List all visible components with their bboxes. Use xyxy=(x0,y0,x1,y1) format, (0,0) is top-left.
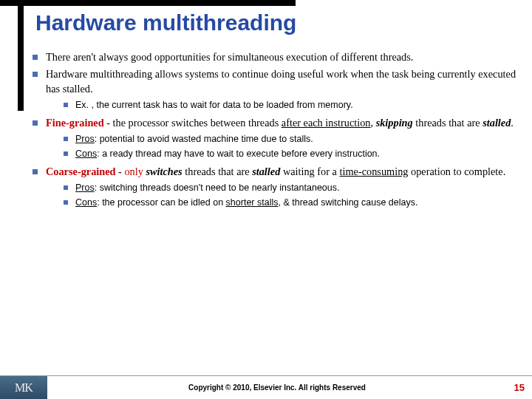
b3-stalled: stalled xyxy=(482,117,511,129)
bullet-4: Coarse-grained - only switches threads t… xyxy=(30,165,517,179)
b3-term: Fine-grained xyxy=(46,117,104,129)
vertical-accent-bar xyxy=(18,0,24,111)
b4-term: Coarse-grained xyxy=(46,166,116,177)
b4-stalled: stalled xyxy=(252,166,280,177)
bullet-3-sub-2: Cons: a ready thread may have to wait to… xyxy=(61,148,517,160)
bullet-1: There aren't always good opportunities f… xyxy=(30,50,517,64)
publisher-logo: MK xyxy=(0,376,47,400)
b4s1-label: Pros xyxy=(75,183,95,193)
slide-content: There aren't always good opportunities f… xyxy=(30,50,517,214)
b4-switches: switches xyxy=(146,166,182,177)
b4-only: only xyxy=(124,166,143,177)
b4-t2: threads that are xyxy=(183,166,252,177)
slide-title: Hardware multithreading xyxy=(35,10,296,35)
bullet-4-sub-2: Cons: the processor can be idled on shor… xyxy=(61,197,517,209)
b3s2-label: Cons xyxy=(75,149,97,159)
b3-t4: . xyxy=(511,117,514,129)
b4s2-t1: : the processor can be idled on xyxy=(97,197,225,208)
b3s1-text: : potential to avoid wasted machine time… xyxy=(95,134,313,144)
b4-t4: operation to complete. xyxy=(408,166,505,177)
copyright-text: Copyright © 2010, Elsevier Inc. All righ… xyxy=(47,383,507,392)
b4s2-u: shorter stalls xyxy=(226,197,279,208)
b3-t2: , xyxy=(371,117,376,129)
bullet-3-sub: Pros: potential to avoid wasted machine … xyxy=(30,133,517,160)
bullet-3: Fine-grained - the processor switches be… xyxy=(30,116,517,130)
b4-t1: - xyxy=(116,166,125,177)
b3s2-text: : a ready thread may have to wait to exe… xyxy=(97,149,380,159)
bullet-4-sub-1: Pros: switching threads doesn't need to … xyxy=(61,182,517,194)
b3-skip: skipping xyxy=(376,117,413,129)
b3-u1: after each instruction xyxy=(282,117,371,129)
page-number: 15 xyxy=(507,382,532,393)
b4s2-t2: , & thread switching cause delays. xyxy=(278,197,417,208)
b4-u: time-consuming xyxy=(340,166,409,177)
b3-t1: - the processor switches between threads xyxy=(104,117,282,129)
bullet-4-sub: Pros: switching threads doesn't need to … xyxy=(30,182,517,209)
b4s1-text: : switching threads doesn't need to be n… xyxy=(95,183,340,193)
top-accent-bar xyxy=(0,0,296,6)
b4-t3: waiting for a xyxy=(280,166,339,177)
b3-t3: threads that are xyxy=(413,117,482,129)
bullet-2-sub: Ex. , the current task has to wait for d… xyxy=(30,99,517,112)
bullet-3-sub-1: Pros: potential to avoid wasted machine … xyxy=(61,133,517,146)
bullet-2-sub-1: Ex. , the current task has to wait for d… xyxy=(61,99,517,112)
b4s2-label: Cons xyxy=(75,197,97,208)
bullet-2: Hardware multithreading allows systems t… xyxy=(30,67,517,96)
b3s1-label: Pros xyxy=(75,134,95,144)
footer: MK Copyright © 2010, Elsevier Inc. All r… xyxy=(0,375,532,399)
